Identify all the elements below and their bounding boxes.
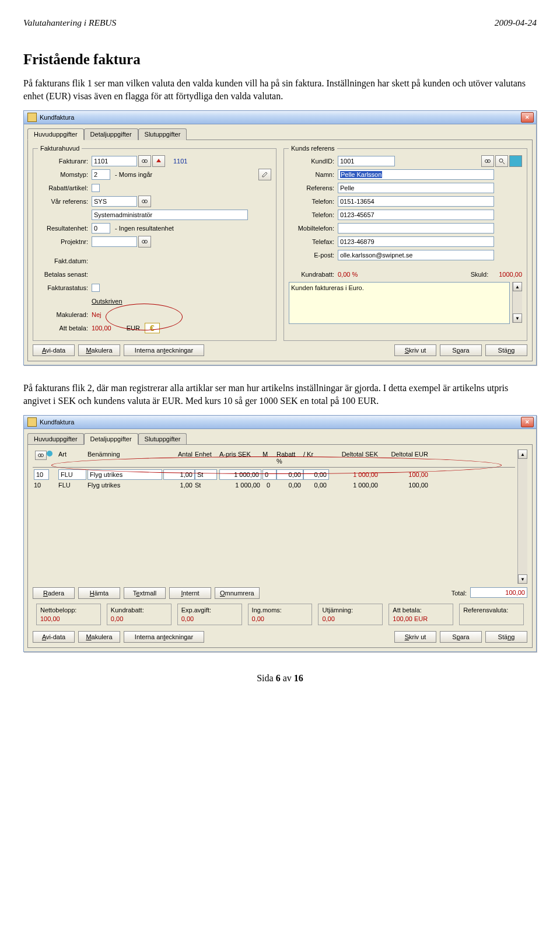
page-footer: Sida 6 av 16 bbox=[23, 673, 537, 684]
button-radera[interactable]: Radera bbox=[33, 587, 75, 599]
checkbox-status[interactable] bbox=[92, 284, 100, 292]
scroll-up-icon[interactable]: ▲ bbox=[518, 449, 527, 459]
input-rabatt-pct[interactable] bbox=[276, 469, 303, 480]
cell-m: 0 bbox=[261, 482, 275, 489]
cell-rabatt-pct: 0,00 bbox=[275, 482, 302, 489]
binoculars-icon[interactable] bbox=[138, 236, 151, 248]
button-spara[interactable]: Spara bbox=[440, 631, 482, 643]
col-rabatt-pct: Rabatt % bbox=[275, 451, 302, 465]
lbl-epost: E-post: bbox=[289, 252, 338, 259]
tab-huvuduppgifter[interactable]: Huvuduppgifter bbox=[27, 433, 84, 445]
button-skriv-ut[interactable]: Skriv ut bbox=[394, 344, 436, 356]
binoculars-icon[interactable] bbox=[138, 196, 151, 207]
summary-ingmoms: Ing.moms: 0,00 bbox=[248, 604, 313, 625]
app-icon bbox=[27, 113, 37, 122]
resultat-text: - Ingen resultatenhet bbox=[115, 225, 174, 232]
checkbox-rabatt[interactable] bbox=[92, 184, 100, 192]
lbl-att-betala: Att betala: bbox=[38, 325, 92, 332]
summary-referensvaluta: Referensvaluta: bbox=[459, 604, 524, 625]
table-row: 1 000,00 100,00 bbox=[33, 469, 515, 480]
binoculars-icon[interactable] bbox=[35, 451, 47, 460]
input-enhet[interactable] bbox=[195, 469, 217, 480]
input-varref-name[interactable] bbox=[92, 210, 248, 220]
input-varref[interactable] bbox=[92, 196, 137, 207]
tab-detaljuppgifter[interactable]: Detaljuppgifter bbox=[84, 128, 138, 140]
input-row-id[interactable] bbox=[34, 469, 49, 480]
button-internt[interactable]: Internt bbox=[169, 587, 211, 599]
button-spara[interactable]: Spara bbox=[440, 344, 482, 356]
input-benamning[interactable] bbox=[88, 469, 162, 480]
input-apris[interactable] bbox=[219, 469, 261, 480]
input-telefon-1[interactable] bbox=[338, 196, 494, 207]
window-kundfaktura-1: Kundfaktura ✕ Huvuduppgifter Detaljuppgi… bbox=[23, 110, 537, 365]
lbl-fakturastatus: Fakturastatus: bbox=[38, 284, 92, 291]
input-momstyp[interactable] bbox=[92, 169, 110, 180]
scroll-down-icon[interactable]: ▼ bbox=[513, 313, 522, 323]
lbl-resultatenhet: Resultatenhet: bbox=[38, 225, 92, 232]
legend-fakturahuvud: Fakturahuvud bbox=[38, 145, 82, 152]
scroll-up-icon[interactable]: ▲ bbox=[513, 282, 522, 291]
magnify-icon[interactable] bbox=[495, 155, 508, 167]
scroll-down-icon[interactable]: ▼ bbox=[518, 574, 527, 584]
input-telefax[interactable] bbox=[338, 236, 494, 247]
note-textarea[interactable]: Kunden faktureras i Euro. bbox=[289, 282, 510, 324]
input-epost[interactable] bbox=[338, 250, 494, 260]
paragraph-2: På fakturans flik 2, där man registrerar… bbox=[23, 382, 537, 407]
input-namn[interactable]: Pelle Karlsson bbox=[338, 169, 494, 180]
binoculars-icon[interactable] bbox=[481, 155, 494, 167]
col-art: Art bbox=[57, 451, 86, 465]
close-icon[interactable]: ✕ bbox=[521, 417, 534, 427]
button-avi-data[interactable]: Avi-data bbox=[33, 631, 75, 643]
close-icon[interactable]: ✕ bbox=[521, 112, 534, 123]
summary-attbetala: Att betala: 100,00 EUR bbox=[388, 604, 453, 625]
globe-icon[interactable] bbox=[47, 451, 52, 456]
input-antal[interactable] bbox=[163, 469, 195, 480]
red-arrow-icon[interactable] bbox=[152, 155, 165, 167]
input-telefon-2[interactable] bbox=[338, 210, 494, 220]
doc-date: 2009-04-24 bbox=[495, 18, 537, 28]
tab-detaljuppgifter[interactable]: Detaljuppgifter bbox=[84, 433, 138, 445]
summary-nettobelopp: Nettobelopp: 100,00 bbox=[36, 604, 101, 625]
button-stang[interactable]: Stäng bbox=[485, 631, 527, 643]
input-projektnr[interactable] bbox=[92, 236, 137, 247]
button-avi-data[interactable]: AAvi-datavi-data bbox=[33, 344, 75, 356]
input-mobil[interactable] bbox=[338, 223, 494, 234]
heading: Fristående faktura bbox=[23, 51, 537, 68]
deltotal-sek: 1 000,00 bbox=[328, 471, 379, 478]
lbl-momstyp: Momstyp: bbox=[38, 171, 92, 178]
tab-slutuppgifter[interactable]: Slutuppgifter bbox=[138, 433, 187, 445]
lbl-rabatt-artikel: Rabatt/artikel: bbox=[38, 184, 92, 191]
scrollbar[interactable]: ▲ ▼ bbox=[517, 449, 527, 584]
scrollbar[interactable]: ▲ ▼ bbox=[512, 282, 522, 323]
button-makulera[interactable]: Makulera bbox=[78, 344, 120, 356]
euro-flag-icon: € bbox=[145, 323, 160, 333]
button-omnumrera[interactable]: Omnumrera bbox=[215, 587, 260, 599]
input-art[interactable] bbox=[58, 469, 86, 480]
cell-deltotal-sek: 1 000,00 bbox=[328, 482, 379, 489]
summary-kundrabatt: Kundrabatt: 0,00 bbox=[107, 604, 172, 625]
button-interna-anteckningar[interactable]: Interna anteckningar bbox=[124, 631, 204, 643]
input-m[interactable] bbox=[262, 469, 276, 480]
button-hamta[interactable]: Hämta bbox=[78, 587, 120, 599]
input-fakturanr[interactable] bbox=[92, 156, 137, 166]
button-interna-anteckningar[interactable]: Interna anteckningar bbox=[124, 344, 204, 356]
button-skriv-ut[interactable]: Skriv ut bbox=[394, 631, 436, 643]
lbl-referens: Referens: bbox=[289, 184, 338, 191]
input-kundid[interactable] bbox=[338, 156, 395, 166]
svg-line-9 bbox=[503, 162, 505, 164]
pencil-icon[interactable] bbox=[258, 169, 271, 180]
lbl-betalas: Betalas senast: bbox=[38, 271, 92, 278]
tab-huvuduppgifter[interactable]: Huvuduppgifter bbox=[27, 128, 84, 140]
tab-slutuppgifter[interactable]: Slutuppgifter bbox=[138, 128, 187, 140]
makulerad-value: Nej bbox=[92, 311, 102, 318]
binoculars-icon[interactable] bbox=[138, 155, 151, 167]
input-rabatt-kr[interactable] bbox=[303, 469, 329, 480]
input-referens[interactable] bbox=[338, 183, 494, 193]
lbl-faktdatum: Fakt.datum: bbox=[38, 257, 92, 264]
svg-point-8 bbox=[499, 159, 503, 162]
button-makulera[interactable]: Makulera bbox=[78, 631, 120, 643]
input-resultat[interactable] bbox=[92, 223, 110, 234]
globe-icon[interactable] bbox=[509, 155, 522, 167]
button-textmall[interactable]: Textmall bbox=[124, 587, 166, 599]
button-stang[interactable]: Stäng bbox=[485, 344, 527, 356]
